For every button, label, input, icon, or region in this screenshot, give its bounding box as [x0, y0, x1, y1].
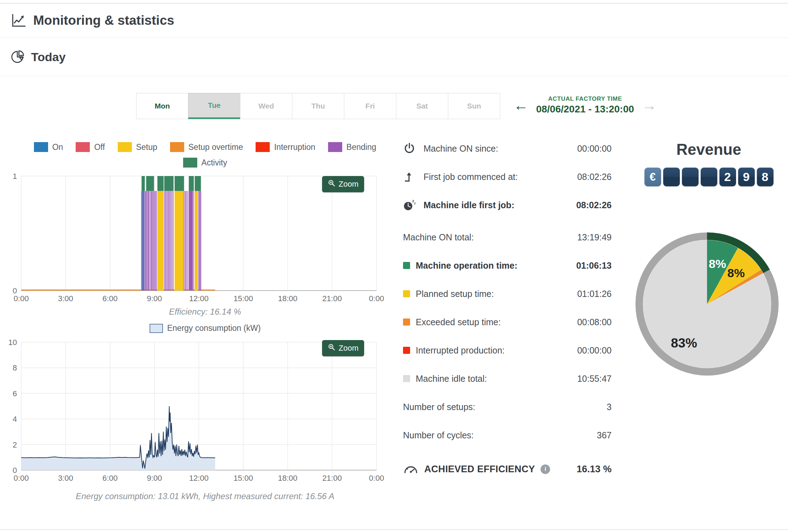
- revenue-panel: Revenue €298: [633, 141, 785, 186]
- stat-value: 00:00:00: [577, 144, 612, 154]
- stat-value: 01:06:13: [576, 261, 612, 271]
- info-icon[interactable]: i: [541, 464, 550, 474]
- energy-chart-canvas: 0:003:006:009:0012:0015:0018:0021:000:00…: [7, 337, 394, 483]
- legend-item-setup-overtime: Setup overtime: [170, 142, 243, 152]
- activity-zoom-button[interactable]: Zoom: [322, 176, 364, 192]
- stat-label: Interrupted production:: [416, 345, 505, 356]
- svg-text:18:00: 18:00: [278, 294, 297, 303]
- revenue-digit-tile: 8: [757, 168, 774, 186]
- day-tab-sat[interactable]: Sat: [396, 93, 448, 119]
- svg-text:0: 0: [13, 466, 17, 475]
- stat-row-interrupted-production: Interrupted production:00:00:00: [403, 342, 612, 358]
- stat-label: Machine idle first job:: [424, 200, 514, 210]
- legend-item-bending: Bending: [328, 142, 376, 152]
- legend-item-on: On: [34, 142, 63, 152]
- achieved-efficiency-value: 16.13 %: [577, 464, 612, 475]
- page-title: Monitoring & statistics: [33, 13, 174, 28]
- revenue-counter: €298: [633, 168, 785, 186]
- achieved-efficiency-label: ACHIEVED EFFICIENCY: [424, 464, 535, 475]
- legend-swatch: [118, 142, 132, 152]
- day-tab-tue[interactable]: Tue: [188, 93, 240, 119]
- day-tab-mon[interactable]: Mon: [136, 93, 188, 119]
- stat-value: 3: [607, 402, 612, 412]
- legend-label: Setup: [136, 142, 157, 152]
- stat-label: Machine ON since:: [424, 144, 498, 154]
- revenue-currency-tile: €: [644, 168, 661, 186]
- svg-text:9:00: 9:00: [147, 474, 162, 483]
- svg-text:8: 8: [13, 363, 17, 372]
- stat-label: Number of cycles:: [403, 430, 474, 440]
- energy-legend-swatch: [150, 324, 163, 333]
- svg-text:3:00: 3:00: [58, 294, 73, 303]
- revenue-digit-tile: [663, 168, 680, 186]
- legend-swatch: [256, 142, 270, 152]
- stat-row-planned-setup-time: Planned setup time:01:01:26: [403, 286, 612, 302]
- stat-label: Planned setup time:: [416, 289, 494, 299]
- legend-label: Setup overtime: [188, 142, 243, 152]
- svg-text:6: 6: [13, 389, 17, 398]
- energy-zoom-button[interactable]: Zoom: [322, 340, 364, 356]
- svg-text:0:00: 0:00: [369, 294, 384, 303]
- stat-row-number-of-cycles: Number of cycles:367: [403, 427, 612, 443]
- svg-text:3:00: 3:00: [58, 474, 73, 483]
- stat-value: 10:55:47: [577, 374, 612, 384]
- page-header: Monitoring & statistics: [0, 4, 788, 38]
- factory-time-value: 08/06/2021 - 13:20:00: [536, 104, 634, 115]
- svg-text:12:00: 12:00: [189, 474, 209, 483]
- svg-text:z: z: [414, 201, 416, 205]
- activity-legend-row-2: Activity: [16, 158, 394, 168]
- factory-time-label: ACTUAL FACTORY TIME: [536, 95, 634, 103]
- idle-clock-icon: zz: [403, 199, 424, 211]
- stat-label: First job commenced at:: [424, 172, 518, 182]
- energy-zoom-label: Zoom: [339, 344, 358, 353]
- legend-label: On: [52, 142, 63, 152]
- stat-color-swatch: [403, 375, 410, 382]
- legend-item-interruption: Interruption: [256, 142, 315, 152]
- stat-value: 08:02:26: [577, 172, 612, 182]
- legend-label: Interruption: [274, 142, 315, 152]
- day-tab-thu[interactable]: Thu: [292, 93, 344, 119]
- pie-chart-icon: [11, 49, 25, 64]
- day-tab-sun[interactable]: Sun: [448, 93, 500, 119]
- section-header: Today: [0, 38, 788, 76]
- svg-text:6:00: 6:00: [103, 294, 118, 303]
- svg-text:4: 4: [13, 415, 17, 423]
- power-icon: [403, 142, 424, 155]
- machine-stats-panel: Machine ON since:00:00:00First job comme…: [403, 140, 612, 477]
- pie-canvas: 8%8%83%: [631, 225, 783, 384]
- svg-text:1: 1: [13, 173, 17, 181]
- machine-state-chart-canvas: 0:003:006:009:0012:0015:0018:0021:000:00…: [7, 173, 394, 306]
- day-tabs: MonTueWedThuFriSatSun: [136, 93, 500, 119]
- svg-text:8%: 8%: [709, 257, 726, 270]
- revenue-digit-tile: 2: [719, 168, 736, 186]
- next-day-arrow[interactable]: →: [642, 98, 657, 113]
- stat-value: 01:01:26: [577, 289, 612, 299]
- svg-text:15:00: 15:00: [234, 474, 253, 483]
- revenue-digit-tile: [682, 168, 699, 186]
- legend-item-off: Off: [76, 142, 105, 152]
- day-tab-wed[interactable]: Wed: [240, 93, 292, 119]
- svg-text:83%: 83%: [671, 336, 697, 350]
- stat-color-swatch: [403, 318, 410, 326]
- stat-label: Machine operation time:: [416, 261, 518, 271]
- stat-row-machine-idle-total: Machine idle total:10:55:47: [403, 370, 612, 387]
- section-title: Today: [31, 50, 66, 64]
- stat-row-machine-on-since: Machine ON since:00:00:00: [403, 140, 612, 157]
- factory-time-nav: ← ACTUAL FACTORY TIME 08/06/2021 - 13:20…: [509, 95, 661, 115]
- gauge-icon: [403, 462, 419, 477]
- stat-label: Machine ON total:: [403, 232, 474, 242]
- energy-legend-label: Energy consumption (kW): [167, 323, 261, 333]
- efficiency-caption: Efficiency: 16.14 %: [16, 307, 394, 317]
- stat-row-number-of-setups: Number of setups:3: [403, 399, 612, 415]
- revenue-digit-tile: [701, 168, 717, 186]
- previous-day-arrow[interactable]: ←: [513, 98, 528, 113]
- stat-row-machine-idle-first-job: zzMachine idle first job:08:02:26: [403, 197, 612, 213]
- day-tab-fri[interactable]: Fri: [344, 93, 396, 119]
- svg-text:0:00: 0:00: [14, 294, 29, 303]
- svg-text:0:00: 0:00: [14, 474, 29, 483]
- legend-label: Off: [94, 142, 105, 152]
- monitoring-chart-icon: [11, 13, 27, 28]
- machine-state-chart: 0:003:006:009:0012:0015:0018:0021:000:00…: [7, 173, 394, 308]
- svg-text:15:00: 15:00: [234, 294, 253, 303]
- legend-item-setup: Setup: [118, 142, 157, 152]
